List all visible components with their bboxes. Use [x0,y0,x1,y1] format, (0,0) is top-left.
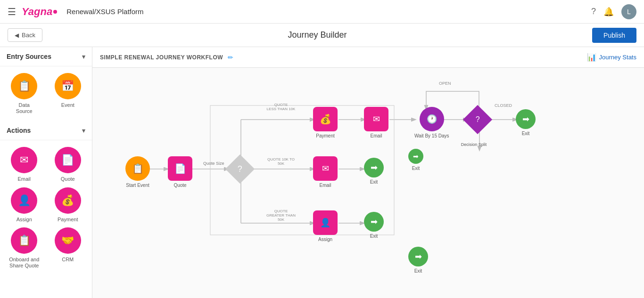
payment-square[interactable]: 💰 [313,107,338,131]
sidebar-item-event[interactable]: 📅 Event [49,73,88,114]
exit-bottom2-label: Exit [414,268,422,274]
app-title: Renewal/XSUS Platform [66,8,591,16]
sidebar-item-onboard[interactable]: 📋 Onboard and Share Quote [5,227,44,269]
wait-node[interactable]: 🕐 Wait By 15 Days [414,107,449,139]
entry-sources-label: Entry Sources [7,53,51,60]
exit-top-right-label: Exit [522,131,530,137]
quote-size-label: Quote Size [203,161,224,166]
exit-top-right-node[interactable]: ➡ Exit [516,109,536,137]
start-event-label: Start Event [126,183,149,188]
email-top-node[interactable]: ✉ Email [364,107,388,139]
start-event-node[interactable]: 📋 Start Event [125,156,150,188]
entry-sources-header[interactable]: Entry Sources ▾ [0,47,92,66]
app-logo: Yagna [22,6,57,18]
subheader: ◀ Back Journey Builder Publish [0,24,644,47]
exit-bottom1-circle[interactable]: ➡ [364,212,384,232]
workflow-name: SIMPLE RENEWAL JOURNEY WORKFLOW [100,54,223,61]
email-top-square[interactable]: ✉ [364,107,388,131]
exit-mid-label: Exit [370,179,378,185]
email-mid-square[interactable]: ✉ [313,156,338,181]
canvas-header: SIMPLE RENEWAL JOURNEY WORKFLOW ✏ 📊 Jour… [92,47,644,68]
quote-square[interactable]: 📄 [168,156,192,181]
wait-circle[interactable]: 🕐 [420,107,444,131]
journey-stats-link[interactable]: 📊 Journey Stats [587,53,637,62]
exit-bottom2-node[interactable]: ➡ Exit [408,247,428,274]
quote-node[interactable]: 📄 Quote [168,156,192,188]
quote-gt-50k-label: QUOTEGREATER THAN50K [262,209,300,222]
sidebar-item-assign[interactable]: 👤 Assign [5,187,44,223]
sidebar-item-crm[interactable]: 🤝 CRM [49,227,88,269]
entry-sources-grid: 📋 DataSource 📅 Event [0,66,92,121]
email-mid-node[interactable]: ✉ Email [313,156,338,188]
sidebar-item-email[interactable]: ✉ Email [5,147,44,182]
actions-header[interactable]: Actions ▾ [0,121,92,140]
email-mid-label: Email [319,183,331,188]
decision-icon: ? [238,164,242,174]
stats-chart-icon: 📊 [587,53,596,62]
help-icon[interactable]: ? [591,7,596,16]
payment-action-label: Payment [58,217,78,223]
decision-split-icon: ? [476,115,480,124]
crm-action-icon: 🤝 [55,227,81,254]
exit-bottom1-node[interactable]: ➡ Exit [364,212,384,239]
logo-text: Yagna [22,6,52,18]
page-title: Journey Builder [42,30,592,40]
edit-workflow-icon[interactable]: ✏ [228,54,233,61]
hamburger-icon[interactable]: ☰ [8,6,16,17]
decision-split-diamond[interactable]: ? [463,105,492,134]
sidebar-item-payment[interactable]: 💰 Payment [49,187,88,223]
exit-decision-label: Exit [412,166,420,171]
assign-node[interactable]: 👤 Assign [313,210,338,242]
chevron-down-icon: ▾ [82,53,85,60]
workflow-canvas: 📋 Start Event 📄 Quote Quote Size ? [102,77,620,297]
actions-grid: ✉ Email 📄 Quote 👤 Assign 💰 Payment 📋 Onb… [0,140,92,275]
closed-label: CLOSED [495,103,512,108]
quote-10k-50k-label: QUOTE 10K TO50K [262,157,300,166]
email-action-label: Email [17,176,31,182]
actions-label: Actions [7,127,31,134]
sidebar-item-quote[interactable]: 📄 Quote [49,147,88,182]
quote-less-10k-label: QUOTELESS THAN 10K [262,103,300,111]
sidebar-item-data-source[interactable]: 📋 DataSource [5,73,44,114]
avatar[interactable]: L [621,4,636,19]
data-source-icon: 📋 [11,73,37,99]
canvas-area: SIMPLE RENEWAL JOURNEY WORKFLOW ✏ 📊 Jour… [92,47,644,298]
event-label: Event [61,102,74,108]
journey-stats-label: Journey Stats [599,54,637,61]
back-label: Back [22,32,35,39]
assign-label: Assign [318,237,332,242]
bell-icon[interactable]: 🔔 [603,7,614,17]
exit-mid-node[interactable]: ➡ Exit [364,158,384,185]
quote-action-icon: 📄 [55,147,81,173]
sidebar: Entry Sources ▾ 📋 DataSource 📅 Event Act… [0,47,92,298]
navbar-icons: ? 🔔 L [591,4,636,19]
chevron-down-icon2: ▾ [82,127,85,134]
publish-button[interactable]: Publish [592,28,636,43]
assign-action-label: Assign [17,217,32,223]
payment-node[interactable]: 💰 Payment [313,107,338,139]
exit-mid-circle[interactable]: ➡ [364,158,384,177]
exit-bottom1-label: Exit [370,234,378,239]
exit-decision-circle[interactable]: ➡ [408,149,423,164]
assign-square[interactable]: 👤 [313,210,338,235]
navbar: ☰ Yagna Renewal/XSUS Platform ? 🔔 L [0,0,644,24]
crm-action-label: CRM [62,257,74,263]
email-action-icon: ✉ [11,147,37,173]
decision-split-label: Decision Split [460,142,488,147]
assign-action-icon: 👤 [11,187,37,214]
onboard-action-icon: 📋 [11,227,37,254]
data-source-label: DataSource [16,102,33,114]
decision-diamond[interactable]: ? [230,159,250,179]
onboard-action-label: Onboard and Share Quote [5,257,44,269]
event-icon: 📅 [55,73,81,99]
exit-decision-node[interactable]: ➡ Exit [408,149,423,171]
back-button[interactable]: ◀ Back [8,28,42,42]
payment-label: Payment [316,133,334,139]
start-event-circle[interactable]: 📋 [125,156,150,181]
logo-dot [53,10,57,14]
exit-top-right-circle[interactable]: ➡ [516,109,536,129]
exit-bottom2-circle[interactable]: ➡ [408,247,428,266]
quote-action-label: Quote [61,176,75,182]
main-layout: Entry Sources ▾ 📋 DataSource 📅 Event Act… [0,47,644,298]
decision-split-node[interactable]: ? Decision Split [467,109,488,147]
